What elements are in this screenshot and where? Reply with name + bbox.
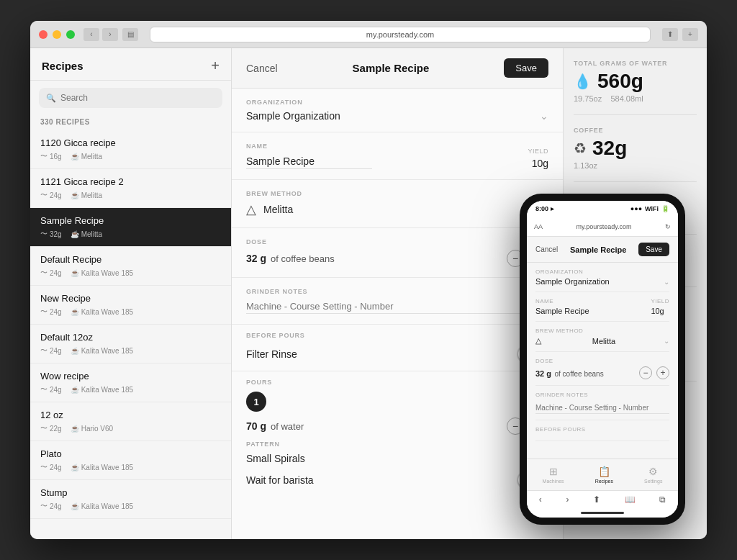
iphone-share-icon[interactable]: ⬆ (593, 494, 600, 505)
brew-method-value: Melitta (263, 204, 293, 215)
sidebar-header: Recipes + (30, 48, 231, 81)
iphone-save-button[interactable]: Save (638, 243, 669, 256)
pours-label: POURS (246, 379, 548, 386)
maximize-button[interactable] (66, 30, 75, 39)
search-input[interactable] (60, 93, 215, 103)
grinder-input[interactable] (246, 299, 548, 314)
iphone-settings-label: Settings (644, 479, 662, 484)
wait-row: Wait for barista (246, 471, 548, 489)
iphone-tab-settings[interactable]: ⚙ Settings (644, 466, 662, 484)
iphone-back-icon[interactable]: ‹ (539, 494, 542, 505)
recipe-name: 1121 Gicca recipe 2 (40, 176, 221, 187)
save-button[interactable]: Save (504, 58, 548, 78)
recipe-meta: 〜32g ☕Melitta (40, 229, 221, 239)
recipe-meta: 〜24g ☕Kalita Wave 185 (40, 501, 221, 511)
iphone-dose-desc: of coffee beans (554, 370, 603, 378)
iphone-dose-increase[interactable]: + (656, 366, 669, 379)
organization-value: Sample Organization (246, 110, 540, 122)
water-sub: 19.75oz 584.08ml (574, 94, 697, 103)
url-bar[interactable]: my.poursteady.com (150, 27, 651, 42)
pour-item: 1 ✕ (246, 392, 548, 412)
iphone-name-value: Sample Recipe (535, 307, 589, 315)
iphone-dose-decrease[interactable]: − (639, 366, 652, 379)
recipe-list: 1120 Gicca recipe 〜16g ☕Melitta 1121 Gic… (30, 130, 231, 539)
iphone-screen: 8:00 ▸ ●●● WiFi 🔋 AA my.poursteady.com ↻… (527, 201, 678, 518)
list-item[interactable]: Stump 〜24g ☕Kalita Wave 185 (30, 480, 231, 519)
list-item[interactable]: Wow recipe 〜24g ☕Kalita Wave 185 (30, 363, 231, 402)
iphone-tabs-icon[interactable]: ⧉ (659, 494, 666, 505)
iphone-org-field: ORGANIZATION Sample Organization ⌄ (535, 263, 669, 292)
minimize-button[interactable] (53, 30, 61, 39)
brew-method-icon: △ (246, 202, 256, 217)
recipe-meta: 〜24g ☕Kalita Wave 185 (40, 384, 221, 394)
iphone-url-text: my.poursteady.com (543, 223, 665, 230)
dose-icon: 〜 (40, 346, 48, 356)
iphone-grinder-field: GRINDER NOTES (535, 386, 669, 420)
list-item[interactable]: 1121 Gicca recipe 2 〜24g ☕Melitta (30, 169, 231, 208)
method-icon: ☕ (71, 425, 79, 433)
close-button[interactable] (39, 30, 48, 39)
iphone-forward-icon[interactable]: › (566, 494, 569, 505)
list-item[interactable]: New Recipe 〜24g ☕Kalita Wave 185 (30, 286, 231, 325)
iphone-bookmarks-icon[interactable]: 📖 (625, 494, 636, 505)
iphone-url-bar[interactable]: AA my.poursteady.com ↻ (527, 217, 678, 237)
iphone-cancel-button[interactable]: Cancel (535, 245, 558, 253)
center-header: Cancel Sample Recipe Save (232, 48, 563, 89)
traffic-lights (39, 30, 75, 39)
stat-divider-2 (574, 181, 697, 182)
mac-window: ‹ › ▤ my.poursteady.com ⬆ + Recipes + 🔍 … (30, 21, 707, 539)
list-item[interactable]: Default 12oz 〜24g ☕Kalita Wave 185 (30, 325, 231, 363)
method-icon: ☕ (71, 269, 79, 277)
iphone-grinder-input[interactable] (535, 402, 669, 414)
iphone-status-bar: 8:00 ▸ ●●● WiFi 🔋 (527, 201, 678, 217)
add-recipe-button[interactable]: + (211, 58, 220, 73)
search-box[interactable]: 🔍 (39, 88, 222, 108)
dose-icon: 〜 (40, 229, 48, 239)
title-bar-actions: ⬆ + (662, 28, 698, 41)
dose-amount: 32 g (246, 253, 266, 264)
name-label: NAME (246, 143, 516, 150)
iphone-dose-stepper: − + (639, 366, 669, 379)
iphone-brew-method-icon: △ (535, 336, 541, 346)
pours-section: POURS 1 ✕ 70 g of water − + (232, 371, 563, 497)
organization-section: ORGANIZATION Sample Organization ⌄ (232, 89, 563, 132)
settings-tab-icon: ⚙ (648, 466, 658, 477)
coffee-label: COFFEE (574, 127, 697, 134)
before-pours-label: BEFORE POURS (246, 332, 548, 339)
list-item[interactable]: Default Recipe 〜24g ☕Kalita Wave 185 (30, 247, 231, 286)
cancel-button[interactable]: Cancel (246, 63, 278, 74)
before-pours-section: BEFORE POURS Filter Rinse (232, 325, 563, 371)
recipe-count: 330 RECIPES (30, 115, 231, 130)
reload-icon[interactable]: ↻ (665, 223, 671, 230)
forward-button[interactable]: › (102, 28, 118, 41)
add-tab-button[interactable]: + (682, 28, 698, 41)
name-input[interactable] (246, 154, 372, 169)
machines-tab-icon: ⊞ (549, 466, 558, 477)
method-icon: ☕ (71, 191, 79, 199)
back-button[interactable]: ‹ (83, 28, 99, 41)
list-item[interactable]: 12 oz 〜22g ☕Hario V60 (30, 402, 231, 441)
iphone-tab-recipes[interactable]: 📋 Recipes (595, 466, 613, 484)
iphone-tab-machines[interactable]: ⊞ Machines (543, 466, 564, 484)
pattern-label: PATTERN (246, 441, 305, 448)
dose-icon: 〜 (40, 151, 48, 161)
recipe-name: Stump (40, 487, 221, 498)
iphone-yield-value: 10g (651, 307, 664, 315)
share-icon[interactable]: ⬆ (662, 28, 678, 41)
grinder-label: GRINDER NOTES (246, 288, 548, 295)
sidebar-toggle[interactable]: ▤ (122, 28, 138, 41)
recipe-name: Default Recipe (40, 254, 221, 265)
iphone-grinder-label: GRINDER NOTES (535, 392, 669, 398)
iphone-brew-method-label: BREW METHOD (535, 328, 669, 334)
iphone-overlay: 8:00 ▸ ●●● WiFi 🔋 AA my.poursteady.com ↻… (520, 194, 685, 525)
list-item[interactable]: 1120 Gicca recipe 〜16g ☕Melitta (30, 130, 231, 169)
list-item[interactable]: Plato 〜24g ☕Kalita Wave 185 (30, 441, 231, 480)
water-stat: TOTAL GRAMS OF WATER 💧 560g 19.75oz 584.… (574, 60, 697, 103)
water-label: TOTAL GRAMS OF WATER (574, 60, 697, 67)
iphone-org-dropdown-icon[interactable]: ⌄ (664, 278, 669, 286)
organization-dropdown-icon[interactable]: ⌄ (540, 110, 548, 122)
iphone-brew-dropdown-icon[interactable]: ⌄ (664, 337, 669, 345)
coffee-oz: 1.13oz (574, 161, 697, 170)
list-item-active[interactable]: Sample Recipe 〜32g ☕Melitta (30, 208, 231, 247)
nav-arrows: ‹ › (83, 28, 118, 41)
